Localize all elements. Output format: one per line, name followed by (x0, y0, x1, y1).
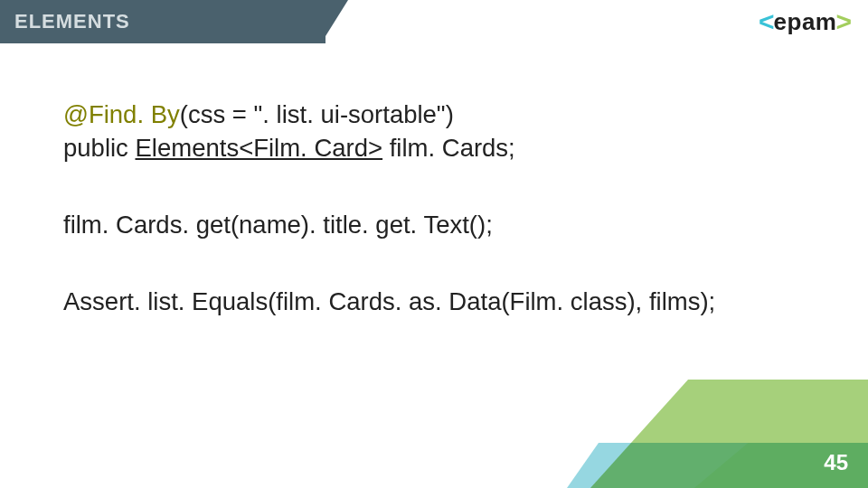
logo-brand-text: epam (773, 8, 838, 36)
code-line-2: public Elements<Film. Card> film. Cards; (63, 131, 805, 164)
code-line-4: Assert. list. Equals(film. Cards. as. Da… (63, 285, 805, 318)
footer-decoration (506, 380, 868, 488)
slide-header: ELEMENTS < epam > (0, 0, 868, 43)
header-angle-decoration (321, 0, 348, 43)
footer-shape-teal (523, 443, 868, 488)
code-type: Elements<Film. Card> (136, 134, 383, 162)
epam-logo: < epam > (759, 8, 852, 36)
code-line-3: film. Cards. get(name). title. get. Text… (63, 208, 805, 241)
slide-title: ELEMENTS (14, 10, 130, 33)
code-text: public (63, 134, 136, 162)
code-line-1: @Find. By(css = ". list. ui-sortable") (63, 98, 805, 131)
annotation: @Find. By (63, 100, 180, 128)
code-text: film. Cards; (382, 134, 515, 162)
code-text: (css = ". list. ui-sortable") (180, 100, 454, 128)
code-block-3: Assert. list. Equals(film. Cards. as. Da… (63, 285, 805, 318)
code-block-2: film. Cards. get(name). title. get. Text… (63, 208, 805, 241)
logo-chevron-right-icon: > (835, 8, 852, 35)
code-block-1: @Find. By(css = ". list. ui-sortable") p… (63, 98, 805, 164)
slide-content: @Find. By(css = ". list. ui-sortable") p… (0, 43, 868, 319)
page-number: 45 (824, 450, 848, 475)
